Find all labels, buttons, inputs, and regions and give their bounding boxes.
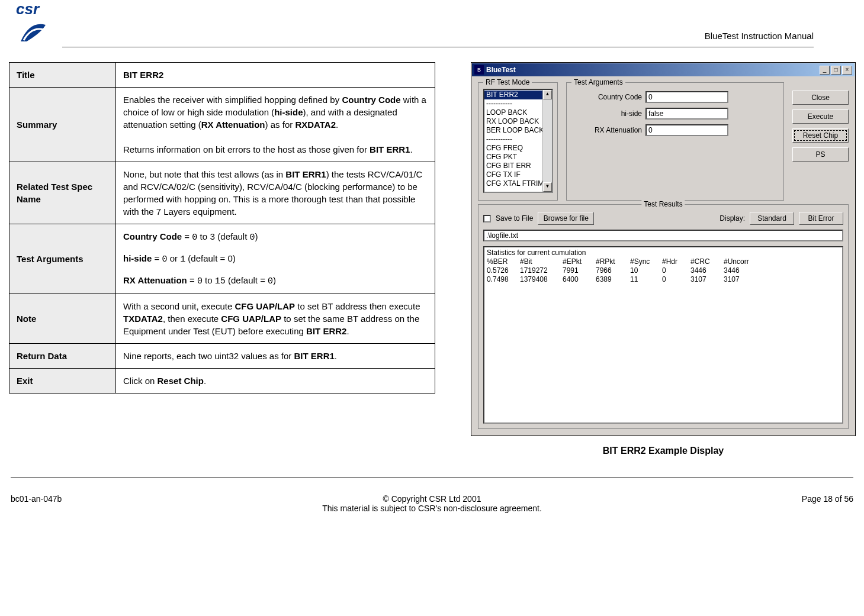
title-label: Title — [9, 63, 116, 88]
args-value: Country Code = 0 to 3 (default 0)hi-side… — [116, 224, 435, 294]
related-value: None, but note that this test allows (as… — [116, 162, 435, 224]
titlebar[interactable]: B BlueTest _ □ × — [472, 63, 855, 76]
maximize-button[interactable]: □ — [831, 66, 841, 75]
summary-label: Summary — [9, 88, 116, 162]
spec-table: Title BIT ERR2 Summary Enables the recei… — [9, 62, 435, 394]
reset-chip-button[interactable]: Reset Chip — [792, 128, 849, 143]
rx-attenuation-label: RX Attenuation — [571, 126, 645, 134]
list-item[interactable]: LOOP BACK — [484, 108, 552, 117]
save-to-file-checkbox[interactable] — [483, 215, 491, 222]
hi-side-label: hi-side — [571, 109, 645, 118]
list-item[interactable]: BER LOOP BACK — [484, 126, 552, 135]
list-item[interactable]: CFG XTAL FTRIM — [484, 179, 552, 188]
stats-header-cell: #Uncorr — [724, 257, 759, 266]
note-value: With a second unit, execute CFG UAP/LAP … — [116, 294, 435, 344]
stats-header-cell: #Hdr — [662, 257, 690, 266]
list-item[interactable]: CFG PKT — [484, 153, 552, 162]
document-title: BlueTest Instruction Manual — [705, 31, 814, 41]
page-footer: bc01-an-047b © Copyright CSR Ltd 2001 Th… — [11, 477, 853, 519]
rf-listbox[interactable]: BIT ERR2-----------LOOP BACKRX LOOP BACK… — [483, 89, 553, 193]
note-label: Note — [9, 294, 116, 344]
stats-header-cell: #RPkt — [596, 257, 630, 266]
results-group-label: Test Results — [641, 200, 685, 208]
return-value: Nine reports, each two uint32 values as … — [116, 344, 435, 369]
close-button[interactable]: Close — [792, 91, 849, 105]
exit-label: Exit — [9, 369, 116, 394]
close-window-button[interactable]: × — [842, 66, 852, 75]
stats-row: 0.572617192727991796610034463446 — [487, 266, 840, 275]
stats-header-cell: %BER — [487, 257, 520, 266]
list-item[interactable]: CFG FREQ — [484, 144, 552, 153]
display-label: Display: — [720, 214, 745, 222]
stats-header-cell: #CRC — [690, 257, 724, 266]
stats-area[interactable]: Statistics for current cumulation %BER#B… — [483, 246, 843, 424]
list-item[interactable]: CFG TX IF — [484, 170, 552, 179]
titlebar-text: BlueTest — [486, 66, 820, 74]
bluetest-window: B BlueTest _ □ × RF Test Mode BIT ERR2--… — [471, 62, 856, 436]
args-label: Test Arguments — [9, 224, 116, 294]
execute-button[interactable]: Execute — [792, 109, 849, 124]
csr-logo: csr — [9, 0, 56, 47]
minimize-button[interactable]: _ — [820, 66, 830, 75]
return-label: Return Data — [9, 344, 116, 369]
figure-caption: BIT ERR2 Example Display — [603, 446, 724, 456]
stats-header-cell: #Bit — [520, 257, 563, 266]
standard-button[interactable]: Standard — [750, 212, 794, 225]
rf-test-mode-group: RF Test Mode BIT ERR2-----------LOOP BAC… — [478, 82, 558, 201]
country-code-label: Country Code — [571, 93, 645, 101]
summary-value: Enables the receiver with simplified hop… — [116, 88, 435, 162]
save-to-file-label: Save to File — [496, 214, 533, 222]
page-header: csr BlueTest Instruction Manual — [62, 0, 814, 47]
rf-group-label: RF Test Mode — [483, 78, 532, 86]
stats-row: 0.749813794086400638911031073107 — [487, 275, 840, 284]
title-value: BIT ERR2 — [123, 70, 163, 80]
bit-error-button[interactable]: Bit Error — [799, 212, 843, 225]
test-results-group: Test Results Save to File Browse for fil… — [478, 204, 849, 429]
args-group-label: Test Arguments — [571, 78, 625, 86]
footer-nda: This material is subject to CSR's non-di… — [129, 504, 735, 513]
ps-button[interactable]: PS — [792, 147, 849, 162]
stats-header-cell: #EPkt — [563, 257, 596, 266]
test-arguments-group: Test Arguments Country Code 0 hi-side fa… — [566, 82, 784, 201]
list-item[interactable]: CFG BIT ERR — [484, 162, 552, 170]
list-item[interactable]: RX LOOP BACK — [484, 117, 552, 126]
app-icon: B — [474, 65, 484, 75]
footer-page: Page 18 of 56 — [735, 494, 853, 513]
hi-side-input[interactable]: false — [645, 108, 728, 120]
list-item[interactable]: ----------- — [484, 99, 552, 108]
logfile-path-input[interactable]: .\logfile.txt — [483, 230, 843, 241]
list-item[interactable]: ----------- — [484, 135, 552, 144]
country-code-input[interactable]: 0 — [645, 91, 728, 103]
exit-value: Click on Reset Chip. — [116, 369, 435, 394]
footer-left: bc01-an-047b — [11, 494, 129, 513]
listbox-scrollbar[interactable]: ▲ ▼ — [542, 90, 552, 192]
stats-header-cell: #Sync — [630, 257, 662, 266]
browse-button[interactable]: Browse for file — [538, 212, 594, 225]
footer-copyright: © Copyright CSR Ltd 2001 — [129, 494, 735, 504]
scroll-down-button[interactable]: ▼ — [543, 182, 552, 192]
stats-title: Statistics for current cumulation — [487, 249, 840, 257]
rx-attenuation-input[interactable]: 0 — [645, 124, 728, 136]
svg-text:csr: csr — [16, 0, 40, 18]
list-item[interactable]: BIT ERR2 — [484, 91, 552, 99]
related-label: Related Test Spec Name — [9, 162, 116, 224]
scroll-up-button[interactable]: ▲ — [543, 90, 552, 99]
